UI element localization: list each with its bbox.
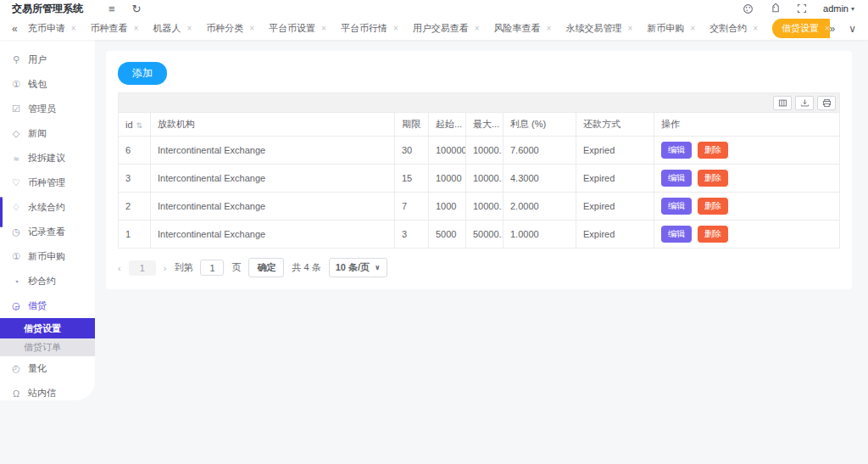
tab-充币申请[interactable]: 充币申请× (28, 22, 76, 35)
sidebar-item-用户[interactable]: ⚲用户 (0, 48, 95, 72)
tab-close-icon[interactable]: × (186, 24, 192, 33)
edit-button[interactable]: 编辑 (661, 226, 692, 243)
tab-用户交易查看[interactable]: 用户交易查看× (413, 22, 480, 35)
sidebar-subitem-借贷设置[interactable]: 借贷设置 (0, 318, 95, 338)
tab-交割合约[interactable]: 交割合约× (709, 22, 758, 35)
tab-永续交易管理[interactable]: 永续交易管理× (565, 22, 632, 35)
tab-close-icon[interactable]: × (134, 24, 139, 33)
column-header-操作: 操作 (654, 113, 840, 137)
tabs-scroll-left-icon[interactable]: « (12, 23, 18, 35)
sidebar-item-管理员[interactable]: ☑管理员 (0, 97, 95, 121)
sidebar-item-币种管理[interactable]: ♡币种管理 (0, 171, 95, 195)
tab-close-icon[interactable]: × (690, 24, 695, 33)
tab-label: 币种查看 (91, 22, 128, 35)
delete-button[interactable]: 删除 (698, 198, 728, 215)
sidebar-item-新闻[interactable]: ◇新闻 (0, 121, 95, 146)
tab-币种分类[interactable]: 币种分类× (206, 22, 254, 35)
cell-max: 50000... (466, 221, 504, 249)
delete-button[interactable]: 删除 (698, 142, 728, 159)
sidebar-item-秒合约[interactable]: ◔秒合约 (0, 269, 95, 293)
tabs-collapse-icon[interactable]: ∨ (849, 23, 856, 35)
tab-close-icon[interactable]: × (547, 24, 552, 33)
cell-repayment: Expired (576, 165, 654, 193)
sidebar-item-label: 站内信 (28, 387, 56, 400)
sidebar-item-站内信[interactable]: Ω站内信 (0, 381, 95, 405)
tab-平台币行情[interactable]: 平台币行情× (341, 22, 398, 35)
sidebar-item-永续合约[interactable]: ♢永续合约 (0, 195, 95, 220)
goto-page-input[interactable] (200, 260, 224, 276)
admin-user-dropdown[interactable]: admin ▾ (823, 3, 854, 14)
sidebar-item-label: 记录查看 (28, 226, 65, 238)
cell-id: 3 (119, 165, 151, 193)
admin-user-label: admin (823, 3, 849, 14)
tab-风险率查看[interactable]: 风险率查看× (494, 22, 552, 35)
cell-start: 100000 (429, 137, 466, 165)
sidebar-item-借贷[interactable]: ◶借贷 (0, 293, 95, 318)
admin-check-icon: ☑ (11, 103, 21, 115)
refresh-icon[interactable]: ↻ (132, 3, 142, 14)
tag-icon[interactable] (770, 3, 781, 14)
tab-机器人[interactable]: 机器人× (153, 22, 192, 35)
sidebar-subitem-借贷订单[interactable]: 借贷订单 (0, 338, 95, 356)
tabs-scroll-right-icon[interactable]: » (830, 23, 836, 35)
column-header-label: 还款方式 (583, 119, 620, 129)
cell-institution: Intercontinental Exchange (151, 137, 395, 165)
theme-palette-icon[interactable] (743, 3, 754, 14)
columns-toggle-icon[interactable] (773, 96, 792, 110)
sidebar-item-钱包[interactable]: ①钱包 (0, 72, 95, 97)
prev-page-icon[interactable]: ‹ (118, 263, 121, 273)
sidebar-scrollbar-thumb[interactable] (0, 197, 3, 227)
tab-币种查看[interactable]: 币种查看× (91, 22, 139, 35)
sidebar-menu: ⚙设置⚲用户①钱包☑管理员◇新闻≈投拆建议♡币种管理♢永续合约◷记录查看①新币申… (0, 23, 95, 405)
tab-close-icon[interactable]: × (753, 24, 758, 33)
page-unit-label: 页 (231, 261, 241, 274)
cell-interest: 4.3000 (504, 165, 576, 193)
tab-close-icon[interactable]: × (627, 24, 632, 33)
sidebar-item-label: 用户 (28, 53, 47, 66)
sidebar-collapse-icon[interactable]: ≡ (108, 3, 115, 14)
sidebar-item-投拆建议[interactable]: ≈投拆建议 (0, 146, 95, 171)
edit-button[interactable]: 编辑 (661, 170, 692, 187)
page-size-select[interactable]: 10 条/页 ∨ (329, 258, 387, 277)
tab-label: 机器人 (153, 22, 181, 35)
sidebar-item-label: 秒合约 (28, 275, 56, 288)
tab-新币申购[interactable]: 新币申购× (647, 22, 695, 35)
goto-confirm-button[interactable]: 确定 (248, 258, 284, 277)
next-page-icon[interactable]: › (164, 263, 167, 273)
cell-term: 30 (395, 137, 429, 165)
cell-id: 2 (119, 193, 151, 221)
tab-借贷设置[interactable]: 借贷设置× (772, 19, 830, 38)
delete-button[interactable]: 删除 (698, 170, 728, 187)
cell-max: 10000... (466, 165, 504, 193)
tab-close-icon[interactable]: × (249, 24, 254, 33)
records-clock-icon: ◷ (11, 226, 21, 238)
sidebar-item-label: 投拆建议 (28, 152, 65, 165)
export-icon[interactable] (795, 96, 814, 110)
tab-close-icon[interactable]: × (475, 24, 480, 33)
fullscreen-icon[interactable] (797, 3, 807, 14)
cell-actions: 编辑删除 (654, 137, 840, 165)
sidebar-item-量化[interactable]: ◴量化 (0, 356, 95, 381)
cell-institution: Intercontinental Exchange (151, 165, 395, 193)
tab-label: 交割合约 (709, 22, 747, 35)
edit-button[interactable]: 编辑 (661, 142, 692, 159)
cell-repayment: Expried (576, 137, 654, 165)
tab-close-icon[interactable]: × (71, 24, 76, 33)
edit-button[interactable]: 编辑 (661, 198, 692, 215)
app-title: 交易所管理系统 (0, 2, 108, 16)
cell-interest: 1.0000 (504, 221, 576, 249)
sidebar-item-新币申购[interactable]: ①新币申购 (0, 244, 95, 269)
sort-icon[interactable]: ⇅ (136, 121, 143, 130)
tab-close-icon[interactable]: × (321, 24, 326, 33)
print-icon[interactable] (817, 96, 836, 110)
sidebar-item-记录查看[interactable]: ◷记录查看 (0, 220, 95, 244)
user-icon: ⚲ (11, 54, 21, 65)
page-number-button[interactable]: 1 (129, 260, 156, 276)
tab-平台币设置[interactable]: 平台币设置× (269, 22, 326, 35)
column-header-放款机构: 放款机构 (151, 113, 395, 137)
column-header-id[interactable]: id⇅ (119, 113, 151, 137)
tab-label: 平台币行情 (341, 22, 387, 35)
delete-button[interactable]: 删除 (698, 226, 728, 243)
tab-close-icon[interactable]: × (393, 24, 398, 33)
add-button[interactable]: 添加 (118, 62, 167, 85)
